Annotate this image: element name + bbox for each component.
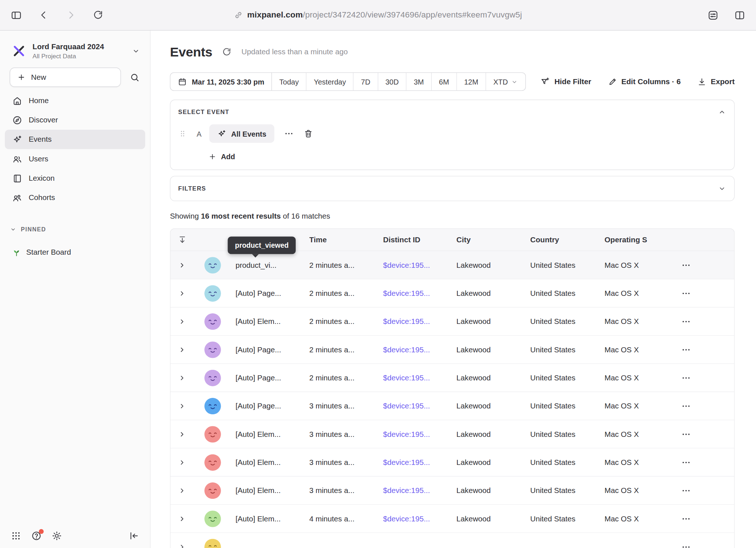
range-today[interactable]: Today bbox=[272, 73, 307, 90]
event-name[interactable]: [Auto] Page... bbox=[236, 373, 281, 382]
column-header-distinct-id[interactable]: Distinct ID bbox=[383, 235, 456, 244]
sidebar-item-lexicon[interactable]: Lexicon bbox=[5, 169, 145, 188]
distinct-id-link[interactable]: $device:195... bbox=[383, 289, 430, 298]
browser-sidebar-toggle-icon[interactable] bbox=[11, 9, 22, 21]
expand-row-chevron-icon[interactable] bbox=[178, 402, 186, 410]
distinct-id-link[interactable]: $device:195... bbox=[383, 486, 430, 495]
row-actions-kebab-icon[interactable] bbox=[677, 313, 695, 330]
sidebar-item-starter-board[interactable]: Starter Board bbox=[5, 242, 145, 262]
filters-header[interactable]: FILTERS bbox=[170, 176, 734, 201]
delete-clause-trash-icon[interactable] bbox=[303, 129, 313, 138]
range-3m[interactable]: 3M bbox=[406, 73, 432, 90]
row-actions-kebab-icon[interactable] bbox=[677, 510, 695, 527]
expand-row-chevron-icon[interactable] bbox=[178, 373, 186, 382]
collapse-all-rows-icon[interactable] bbox=[178, 235, 187, 244]
project-switcher[interactable]: Lord Farquaad 2024 All Project Data bbox=[0, 42, 150, 60]
column-header-time[interactable]: Time bbox=[309, 235, 383, 244]
event-name[interactable]: [Auto] Elem... bbox=[236, 514, 281, 523]
event-name[interactable]: [Auto] Page... bbox=[236, 402, 281, 410]
browser-reload-icon[interactable] bbox=[93, 10, 103, 20]
event-name[interactable]: [Auto] Page... bbox=[236, 289, 281, 298]
mixpanel-app: mixpanel.com/project/3472420/view/397469… bbox=[0, 0, 756, 548]
chevron-down-icon[interactable] bbox=[718, 184, 727, 193]
distinct-id-link[interactable]: $device:195... bbox=[383, 458, 430, 467]
date-picker-button[interactable]: Mar 11, 2025 3:30 pm bbox=[170, 73, 272, 90]
row-actions-kebab-icon[interactable] bbox=[677, 425, 695, 443]
sidebar-item-events[interactable]: Events bbox=[5, 130, 145, 149]
expand-row-chevron-icon[interactable] bbox=[178, 430, 186, 438]
browser-back-icon[interactable] bbox=[38, 10, 49, 20]
expand-row-chevron-icon[interactable] bbox=[178, 261, 186, 269]
expand-row-chevron-icon[interactable] bbox=[178, 289, 186, 298]
expand-row-chevron-icon[interactable] bbox=[178, 345, 186, 354]
event-time: 2 minutes a... bbox=[309, 289, 354, 298]
pinned-section-toggle[interactable]: PINNED bbox=[10, 226, 141, 233]
row-actions-kebab-icon[interactable] bbox=[677, 454, 695, 471]
browser-toolbar: mixpanel.com/project/3472420/view/397469… bbox=[0, 0, 756, 31]
browser-forward-icon[interactable] bbox=[66, 10, 76, 20]
distinct-id-link[interactable]: $device:195... bbox=[383, 402, 430, 410]
export-button[interactable]: Export bbox=[697, 77, 735, 86]
filters-panel: FILTERS bbox=[170, 176, 735, 201]
column-header-city[interactable]: City bbox=[456, 235, 530, 244]
event-time: 3 minutes a... bbox=[309, 430, 354, 438]
row-actions-kebab-icon[interactable] bbox=[677, 482, 695, 499]
range-6m[interactable]: 6M bbox=[432, 73, 457, 90]
range-30d[interactable]: 30D bbox=[378, 73, 406, 90]
add-event-button[interactable]: Add bbox=[208, 153, 727, 161]
row-actions-kebab-icon[interactable] bbox=[677, 397, 695, 415]
sidebar-item-home[interactable]: Home bbox=[5, 91, 145, 110]
select-event-header[interactable]: SELECT EVENT bbox=[170, 100, 734, 125]
row-actions-kebab-icon[interactable] bbox=[677, 256, 695, 274]
gear-icon[interactable] bbox=[51, 531, 62, 541]
edit-columns-button[interactable]: Edit Columns · 6 bbox=[608, 77, 681, 86]
range-xtd[interactable]: XTD bbox=[486, 73, 525, 90]
range-yesterday[interactable]: Yesterday bbox=[307, 73, 354, 90]
distinct-id-link[interactable]: $device:195... bbox=[383, 373, 430, 382]
row-actions-kebab-icon[interactable] bbox=[677, 285, 695, 302]
column-header-country[interactable]: Country bbox=[530, 235, 605, 244]
address-bar[interactable]: mixpanel.com/project/3472420/view/397469… bbox=[0, 0, 756, 30]
expand-row-chevron-icon[interactable] bbox=[178, 317, 186, 326]
row-actions-kebab-icon[interactable] bbox=[677, 341, 695, 358]
sidebar-item-users[interactable]: Users bbox=[5, 149, 145, 168]
apps-grid-icon[interactable] bbox=[11, 531, 21, 541]
collapse-sidebar-icon[interactable] bbox=[129, 531, 139, 541]
chevron-up-icon[interactable] bbox=[718, 108, 727, 117]
event-name[interactable]: [Auto] Elem... bbox=[236, 317, 281, 326]
event-name[interactable]: [Auto] Elem... bbox=[236, 458, 281, 467]
range-7d[interactable]: 7D bbox=[354, 73, 378, 90]
search-button[interactable] bbox=[125, 67, 144, 87]
event-selector-button[interactable]: All Events bbox=[209, 124, 274, 143]
expand-row-chevron-icon[interactable] bbox=[178, 543, 186, 548]
event-name[interactable]: [Auto] Elem... bbox=[236, 486, 281, 495]
distinct-id-link[interactable]: $device:195... bbox=[383, 317, 430, 326]
browser-split-view-icon[interactable] bbox=[734, 9, 745, 21]
row-actions-kebab-icon[interactable] bbox=[677, 369, 695, 387]
distinct-id-link[interactable]: $device:195... bbox=[383, 514, 430, 523]
column-header-os[interactable]: Operating S bbox=[605, 235, 676, 244]
clause-options-kebab-icon[interactable] bbox=[284, 129, 294, 138]
expand-row-chevron-icon[interactable] bbox=[178, 486, 186, 495]
drag-handle-icon[interactable] bbox=[178, 129, 187, 138]
sidebar-item-cohorts[interactable]: Cohorts bbox=[5, 188, 145, 207]
event-os: Mac OS X bbox=[605, 261, 639, 269]
event-name[interactable]: [Auto] Elem... bbox=[236, 430, 281, 438]
new-button[interactable]: New bbox=[10, 67, 121, 87]
row-actions-kebab-icon[interactable] bbox=[677, 538, 695, 548]
distinct-id-link[interactable]: $device:195... bbox=[383, 261, 430, 269]
expand-row-chevron-icon[interactable] bbox=[178, 458, 186, 467]
sidebar-item-discover[interactable]: Discover bbox=[5, 110, 145, 130]
help-icon[interactable] bbox=[31, 531, 42, 541]
range-12m[interactable]: 12M bbox=[457, 73, 486, 90]
distinct-id-link[interactable]: $device:195... bbox=[383, 430, 430, 438]
table-body: product_vi... 2 minutes a... $device:195… bbox=[170, 251, 734, 548]
event-name[interactable]: product_vi... bbox=[236, 261, 277, 269]
hide-filter-button[interactable]: Hide Filter bbox=[540, 77, 591, 87]
browser-page-settings-icon[interactable] bbox=[708, 9, 719, 21]
refresh-icon[interactable] bbox=[222, 47, 232, 57]
distinct-id-link[interactable]: $device:195... bbox=[383, 345, 430, 354]
event-name[interactable]: [Auto] Page... bbox=[236, 345, 281, 354]
event-avatar bbox=[204, 341, 221, 358]
expand-row-chevron-icon[interactable] bbox=[178, 514, 186, 523]
